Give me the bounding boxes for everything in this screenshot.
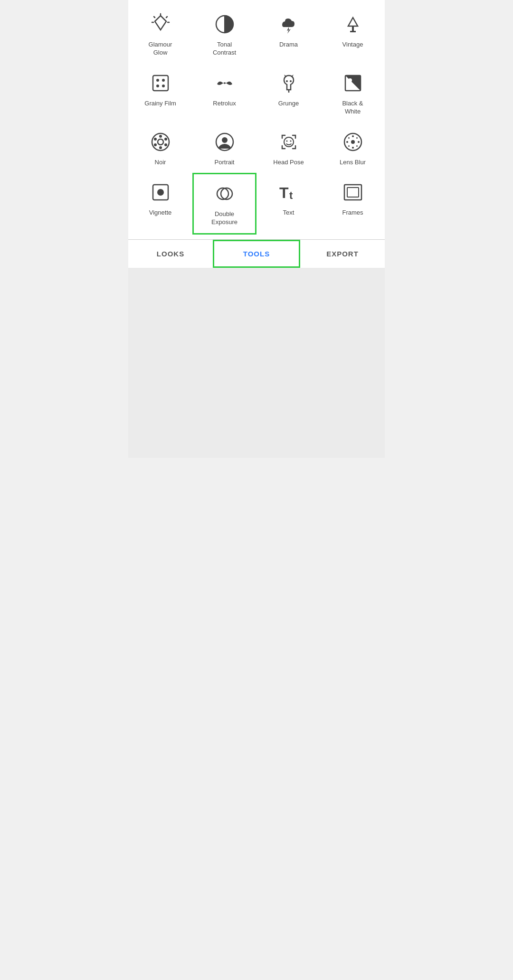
- tool-tonal-contrast[interactable]: TonalContrast: [192, 5, 256, 64]
- svg-rect-10: [352, 26, 354, 31]
- frames-icon: [340, 179, 366, 205]
- retrolux-label: Retrolux: [213, 100, 236, 108]
- grainy-film-icon: [148, 70, 173, 96]
- svg-point-40: [352, 147, 354, 149]
- tab-looks[interactable]: LOOKS: [128, 240, 213, 268]
- svg-point-39: [352, 135, 354, 137]
- svg-point-13: [156, 79, 159, 82]
- svg-rect-54: [347, 188, 359, 197]
- vignette-label: Vignette: [149, 209, 171, 217]
- drama-icon: [276, 11, 302, 37]
- tool-grainy-film[interactable]: Grainy Film: [128, 64, 192, 122]
- tab-bar: LOOKS TOOLS EXPORT: [128, 240, 385, 268]
- svg-point-35: [286, 140, 287, 141]
- black-white-icon: [340, 70, 366, 96]
- tonal-contrast-icon: [212, 11, 238, 37]
- svg-point-21: [290, 80, 292, 82]
- vintage-icon: [340, 11, 366, 37]
- svg-point-25: [158, 139, 163, 145]
- tab-export[interactable]: EXPORT: [300, 240, 385, 268]
- glamour-glow-label: GlamourGlow: [149, 41, 172, 57]
- tool-black-white[interactable]: Black &White: [321, 64, 385, 122]
- svg-point-20: [286, 80, 288, 82]
- tab-tools[interactable]: TOOLS: [213, 240, 300, 268]
- svg-text:T: T: [279, 184, 289, 201]
- tool-drama[interactable]: Drama: [256, 5, 321, 64]
- svg-point-29: [164, 138, 167, 141]
- svg-point-14: [162, 79, 165, 82]
- glamour-glow-icon: [148, 11, 173, 37]
- svg-point-45: [348, 145, 350, 147]
- tool-vintage[interactable]: Vintage: [321, 5, 385, 64]
- tool-glamour-glow[interactable]: GlamourGlow: [128, 5, 192, 64]
- svg-point-16: [162, 85, 165, 87]
- svg-point-31: [164, 143, 167, 146]
- head-pose-icon: [276, 129, 302, 155]
- tool-frames[interactable]: Frames: [321, 173, 385, 235]
- svg-rect-11: [350, 31, 356, 32]
- svg-point-26: [159, 135, 162, 138]
- tool-portrait[interactable]: Portrait: [192, 122, 256, 173]
- svg-text:t: t: [289, 189, 293, 201]
- svg-point-41: [346, 141, 348, 143]
- svg-point-28: [154, 138, 157, 141]
- svg-rect-12: [153, 75, 168, 91]
- svg-point-44: [356, 137, 358, 139]
- double-exposure-label: DoubleExposure: [211, 210, 238, 226]
- tool-head-pose[interactable]: Head Pose: [256, 122, 321, 173]
- svg-marker-9: [348, 18, 358, 26]
- tools-grid: GlamourGlow TonalContrast Drama: [128, 0, 385, 239]
- svg-point-42: [358, 141, 360, 143]
- tool-text[interactable]: T t Text: [256, 173, 321, 235]
- retrolux-icon: [212, 70, 238, 96]
- svg-line-3: [154, 17, 155, 18]
- svg-point-36: [290, 140, 291, 141]
- svg-point-38: [351, 140, 355, 144]
- svg-point-48: [157, 189, 164, 196]
- lens-blur-icon: [340, 129, 366, 155]
- double-exposure-icon: [212, 181, 238, 207]
- svg-point-30: [154, 143, 157, 146]
- tonal-contrast-label: TonalContrast: [213, 41, 236, 57]
- svg-point-15: [156, 85, 159, 87]
- vignette-icon: [148, 179, 173, 205]
- svg-line-2: [166, 17, 167, 18]
- vintage-label: Vintage: [342, 41, 363, 49]
- grunge-icon: [276, 70, 302, 96]
- svg-point-33: [222, 137, 228, 143]
- portrait-label: Portrait: [215, 159, 235, 167]
- frames-label: Frames: [342, 209, 363, 217]
- tools-panel: GlamourGlow TonalContrast Drama: [128, 0, 385, 458]
- grunge-label: Grunge: [278, 100, 299, 108]
- svg-point-27: [159, 146, 162, 149]
- tool-noir[interactable]: Noir: [128, 122, 192, 173]
- grainy-film-label: Grainy Film: [144, 100, 176, 108]
- svg-point-46: [356, 145, 358, 147]
- tool-vignette[interactable]: Vignette: [128, 173, 192, 235]
- svg-point-43: [348, 137, 350, 139]
- tool-double-exposure[interactable]: DoubleExposure: [192, 173, 256, 235]
- text-label: Text: [283, 209, 294, 217]
- head-pose-label: Head Pose: [273, 159, 304, 167]
- lens-blur-label: Lens Blur: [340, 159, 366, 167]
- svg-point-34: [284, 137, 294, 147]
- portrait-icon: [212, 129, 238, 155]
- drama-label: Drama: [279, 41, 298, 49]
- tool-retrolux[interactable]: Retrolux: [192, 64, 256, 122]
- tool-lens-blur[interactable]: Lens Blur: [321, 122, 385, 173]
- black-white-label: Black &White: [342, 100, 363, 116]
- svg-marker-8: [287, 27, 291, 34]
- noir-icon: [148, 129, 173, 155]
- noir-label: Noir: [155, 159, 166, 167]
- svg-point-23: [348, 78, 352, 82]
- text-icon: T t: [276, 179, 302, 205]
- bottom-area: [128, 268, 385, 458]
- tool-grunge[interactable]: Grunge: [256, 64, 321, 122]
- svg-marker-0: [155, 16, 166, 30]
